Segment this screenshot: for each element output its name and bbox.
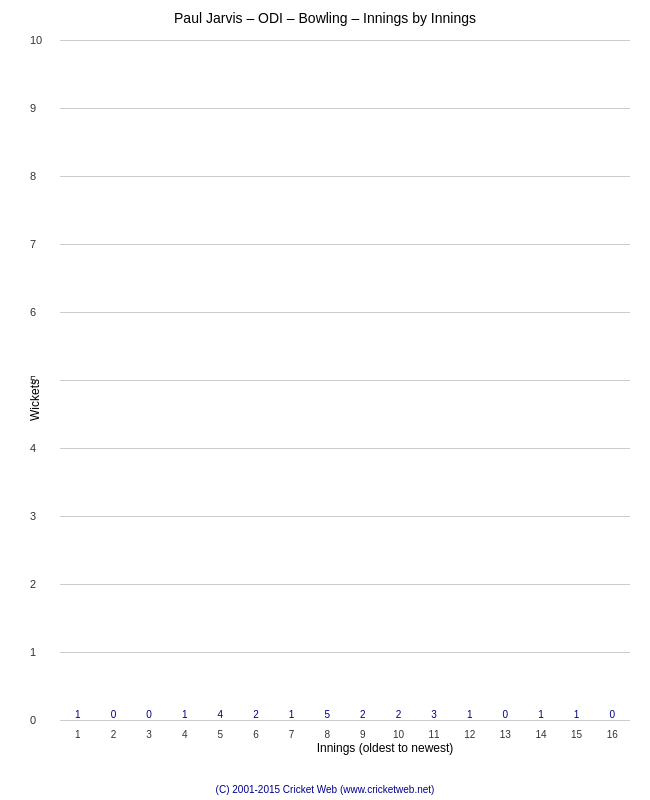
bar-value-13: 0 [503,709,509,720]
bar-value-8: 5 [324,709,330,720]
bar-value-11: 3 [431,709,437,720]
bar-inning-label-6: 6 [253,729,259,740]
bar-inning-label-15: 15 [571,729,582,740]
y-label-8: 8 [30,170,36,182]
y-label-7: 7 [30,238,36,250]
bar-value-1: 1 [75,709,81,720]
bar-inning-label-9: 9 [360,729,366,740]
bar-value-12: 1 [467,709,473,720]
bar-inning-label-3: 3 [146,729,152,740]
grid-line-8 [60,176,630,177]
bar-inning-label-16: 16 [607,729,618,740]
bar-value-15: 1 [574,709,580,720]
y-label-1: 1 [30,646,36,658]
chart-area: 0123456789101102031445261758292103111120… [60,40,630,720]
bar-inning-label-14: 14 [535,729,546,740]
footer-text: (C) 2001-2015 Cricket Web (www.cricketwe… [0,784,650,795]
grid-line-9 [60,108,630,109]
x-axis-title: Innings (oldest to newest) [60,741,650,755]
grid-line-4 [60,448,630,449]
bar-inning-label-8: 8 [324,729,330,740]
bar-value-9: 2 [360,709,366,720]
y-label-10: 10 [30,34,42,46]
bar-inning-label-1: 1 [75,729,81,740]
y-label-2: 2 [30,578,36,590]
y-label-6: 6 [30,306,36,318]
grid-line-3 [60,516,630,517]
grid-line-7 [60,244,630,245]
bar-inning-label-10: 10 [393,729,404,740]
grid-line-10 [60,40,630,41]
grid-line-0 [60,720,630,721]
y-label-4: 4 [30,442,36,454]
bar-value-3: 0 [146,709,152,720]
grid-line-6 [60,312,630,313]
bar-value-4: 1 [182,709,188,720]
grid-line-2 [60,584,630,585]
bar-value-5: 4 [218,709,224,720]
bar-value-6: 2 [253,709,259,720]
bar-inning-label-11: 11 [429,729,440,740]
bar-value-10: 2 [396,709,402,720]
bar-value-7: 1 [289,709,295,720]
grid-line-5 [60,380,630,381]
bar-value-14: 1 [538,709,544,720]
bar-value-2: 0 [111,709,117,720]
y-label-5: 5 [30,374,36,386]
grid-line-1 [60,652,630,653]
bar-inning-label-7: 7 [289,729,295,740]
y-label-3: 3 [30,510,36,522]
bar-inning-label-13: 13 [500,729,511,740]
y-label-0: 0 [30,714,36,726]
bar-inning-label-5: 5 [218,729,224,740]
bar-inning-label-12: 12 [464,729,475,740]
chart-title: Paul Jarvis – ODI – Bowling – Innings by… [0,0,650,26]
bar-inning-label-2: 2 [111,729,117,740]
chart-container: Paul Jarvis – ODI – Bowling – Innings by… [0,0,650,800]
bar-inning-label-4: 4 [182,729,188,740]
y-label-9: 9 [30,102,36,114]
bar-value-16: 0 [609,709,615,720]
